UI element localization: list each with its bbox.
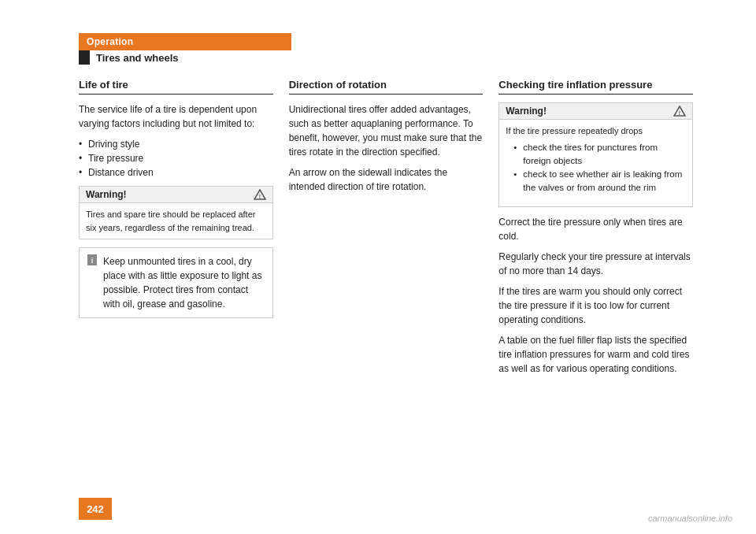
note-icon: i xyxy=(87,254,97,311)
col-life-of-tire: Life of tire The service life of a tire … xyxy=(79,79,273,471)
list-item: check the tires for punctures from forei… xyxy=(513,141,686,169)
content-area: Life of tire The service life of a tire … xyxy=(79,79,693,471)
direction-para2: An arrow on the sidewall indicates the i… xyxy=(289,165,484,194)
checking-para1: Correct the tire pressure only when tire… xyxy=(498,215,693,243)
warning-triangle-icon2: ! xyxy=(673,106,686,117)
list-item: Driving style xyxy=(79,137,273,151)
list-item: check to see whether air is leaking from… xyxy=(513,168,686,195)
warning-pressure-intro-text: If the tire pressure repeatedly drops xyxy=(506,126,643,135)
sub-header: Tires and wheels xyxy=(79,50,179,65)
checking-para2: Regularly check your tire pressure at in… xyxy=(498,250,693,278)
note-box: i Keep unmounted tires in a cool, dry pl… xyxy=(79,247,273,318)
page-number-box: 242 xyxy=(79,498,112,520)
note-text: Keep unmounted tires in a cool, dry plac… xyxy=(103,254,265,311)
checking-para4: A table on the fuel filler flap lists th… xyxy=(498,333,693,376)
sub-header-title: Tires and wheels xyxy=(96,52,179,64)
warning-pressure-header: Warning! ! xyxy=(499,103,692,120)
warning-pressure-label: Warning! xyxy=(506,106,547,117)
life-of-tire-intro: The service life of a tire is dependent … xyxy=(79,102,273,131)
warning-pressure-intro: If the tire pressure repeatedly drops ch… xyxy=(499,120,692,206)
svg-text:!: ! xyxy=(259,194,261,199)
page-container: Operation Tires and wheels Life of tire … xyxy=(0,0,756,534)
warning-label: Warning! xyxy=(86,189,127,200)
direction-heading: Direction of rotation xyxy=(289,79,484,95)
col-checking-pressure: Checking tire inflation pressure Warning… xyxy=(498,79,693,471)
warning-pressure-bullets: check the tires for punctures from forei… xyxy=(513,141,686,195)
header-section-label: Operation xyxy=(87,36,133,47)
list-item: Distance driven xyxy=(79,165,273,180)
col-direction-of-rotation: Direction of rotation Unidirectional tir… xyxy=(289,79,484,471)
warning-box-tires: Warning! ! Tires and spare tire should b… xyxy=(79,186,273,239)
life-of-tire-bullets: Driving style Tire pressure Distance dri… xyxy=(79,137,273,180)
page-number: 242 xyxy=(87,503,104,515)
header-section-bar: Operation xyxy=(79,33,291,50)
direction-para1: Unidirectional tires offer added advanta… xyxy=(289,102,484,159)
sub-header-block xyxy=(79,50,90,65)
list-item: Tire pressure xyxy=(79,151,273,165)
warning-triangle-icon: ! xyxy=(254,189,266,200)
svg-text:!: ! xyxy=(679,110,680,116)
watermark: carmanualsonline.info xyxy=(648,514,732,523)
checking-heading: Checking tire inflation pressure xyxy=(498,79,693,95)
warning-body-text: Tires and spare tire should be replaced … xyxy=(80,203,272,239)
checking-para3: If the tires are warm you should only co… xyxy=(498,284,693,327)
svg-text:i: i xyxy=(91,257,94,265)
warning-box-pressure: Warning! ! If the tire pressure repeated… xyxy=(498,102,693,207)
warning-header: Warning! ! xyxy=(80,187,272,203)
life-of-tire-heading: Life of tire xyxy=(79,79,273,95)
